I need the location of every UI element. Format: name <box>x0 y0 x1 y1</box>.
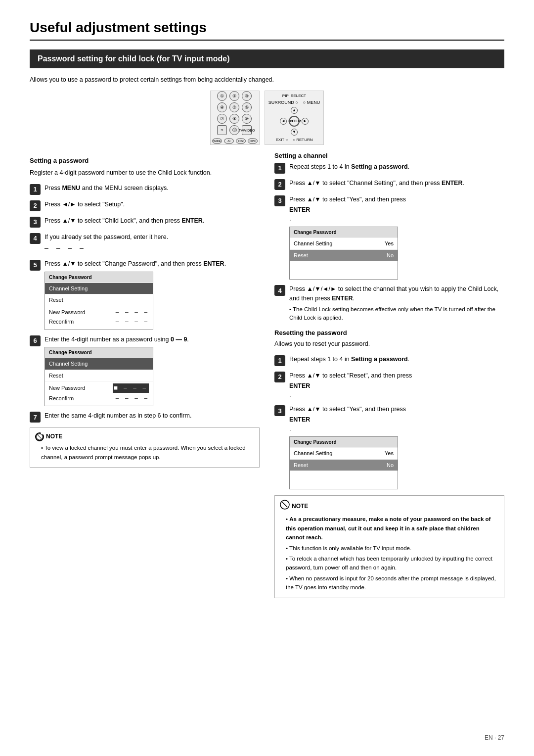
new-password-field-5: New Password – – – – <box>49 308 149 317</box>
step-rnum-2: 2 <box>274 179 285 190</box>
step-right-2: 2 Press ▲/▼ to select "Channel Setting",… <box>274 179 504 190</box>
bold-enter-r4: ENTER <box>332 295 353 302</box>
key-6: ⑥ <box>242 102 252 112</box>
svg-line-1 <box>38 435 42 438</box>
menu-row-channel-setting-6: Channel Setting <box>45 358 153 370</box>
left-column: Setting a password Register a 4-digit pa… <box>30 152 260 598</box>
step-num-3: 3 <box>30 217 41 228</box>
menu-row-cp-reset3: Change Password <box>290 437 398 448</box>
step-left-6: 6 Enter the 4-digit number as a password… <box>30 335 260 407</box>
step-content-6: Enter the 4-digit number as a password u… <box>44 335 260 407</box>
btn-opc: OPC <box>248 138 258 144</box>
bold-enter-r2: ENTER <box>442 180 462 187</box>
step-rcontent-1: Repeat steps 1 to 4 in Setting a passwor… <box>289 162 504 172</box>
step-reset-content-2: Press ▲/▼ to select "Reset", and then pr… <box>289 371 504 400</box>
reconfirm-dashes-6: – – – – <box>116 394 149 403</box>
menu-row-cs-r3: Channel Setting Yes <box>290 238 398 250</box>
btn-aimode: AI <box>224 138 234 144</box>
note-left: NOTE • To view a locked channel you must… <box>30 427 260 468</box>
step-rnum-reset-2: 2 <box>274 372 285 382</box>
key-tv: TV/VIDEO <box>242 125 252 135</box>
new-password-field-6: New Password ■ – – – <box>49 383 149 393</box>
note-icon-right <box>280 500 290 513</box>
menu-row-reset-5: Reset <box>45 294 153 306</box>
step-content-1: Press MENU and the MENU screen displays. <box>44 184 260 193</box>
note-title-left: NOTE <box>35 432 254 441</box>
step-right-1: 1 Repeat steps 1 to 4 in Setting a passw… <box>274 162 504 174</box>
note-bullet-right-1: • As a precautionary measure, make a not… <box>286 515 499 542</box>
step-rnum-4: 4 <box>274 285 285 296</box>
key-3: ③ <box>242 91 252 101</box>
setting-channel-title: Setting a channel <box>274 152 504 159</box>
step-num-1: 1 <box>30 184 41 195</box>
step-left-2: 2 Press ◄/► to select "Setup". <box>30 200 260 211</box>
note-label-left: NOTE <box>46 432 62 441</box>
note-title-right: NOTE <box>280 500 499 513</box>
step-rcontent-4: Press ▲/▼/◄/► to select the channel that… <box>289 284 504 322</box>
remote-left: ① ② ③ ④ ⑤ ⑥ ⑦ ⑧ ⑨ ⊃ ⓪ TV/VIDEO WIDE AI F… <box>210 91 260 145</box>
step-content-7: Enter the same 4-digit number as in step… <box>44 411 260 421</box>
bold-0-9: 0 — 9 <box>171 336 187 343</box>
step-num-2: 2 <box>30 200 41 211</box>
step-left-7: 7 Enter the same 4-digit number as in st… <box>30 411 260 423</box>
enter-text-reset3: ENTER <box>289 415 504 425</box>
step-left-1: 1 Press MENU and the MENU screen display… <box>30 184 260 195</box>
svg-line-3 <box>282 502 287 507</box>
step-right-4: 4 Press ▲/▼/◄/► to select the channel th… <box>274 284 504 322</box>
menu-input-6: New Password ■ – – – Reconfirm – – – – <box>45 381 153 406</box>
enter-bold-5: ENTER <box>203 260 224 267</box>
step-rnum-reset-1: 1 <box>274 355 285 366</box>
key-4: ④ <box>217 102 227 112</box>
key-5: ⑤ <box>229 102 239 112</box>
step-content-2: Press ◄/► to select "Setup". <box>44 200 260 209</box>
note-bullet-right-2: • This function is only available for TV… <box>286 544 499 553</box>
note-bullet-right-4: • When no password is input for 20 secon… <box>286 574 499 592</box>
remote-illustrations: ① ② ③ ④ ⑤ ⑥ ⑦ ⑧ ⑨ ⊃ ⓪ TV/VIDEO WIDE AI F… <box>30 91 504 145</box>
step-reset-1: 1 Repeat steps 1 to 4 in Setting a passw… <box>274 355 504 366</box>
step-reset-content-1: Repeat steps 1 to 4 in Setting a passwor… <box>289 355 504 364</box>
new-password-dashes-5: – – – – <box>116 308 149 317</box>
intro-text: Allows you to use a password to protect … <box>30 75 504 85</box>
menu-spacer-r3 <box>290 261 398 279</box>
key-2: ② <box>229 91 239 101</box>
step-right-3: 3 Press ▲/▼ to select "Yes", and then pr… <box>274 195 504 280</box>
enter-bold-3: ENTER <box>182 217 203 224</box>
menu-mockup-reset3: Change Password Channel Setting Yes Rese… <box>289 436 398 489</box>
step-left-3: 3 Press ▲/▼ to select "Child Lock", and … <box>30 216 260 228</box>
yes-option-r3: Yes <box>385 239 394 248</box>
enter-text-r3: ENTER <box>289 205 504 215</box>
step-reset-2: 2 Press ▲/▼ to select "Reset", and then … <box>274 371 504 400</box>
setting-password-desc: Register a 4-digit password number to us… <box>30 168 260 178</box>
dash-row-4: — — — — <box>44 243 260 253</box>
step-reset-content-3: Press ▲/▼ to select "Yes", and then pres… <box>289 405 504 489</box>
step-r4-bullet: • The Child Lock setting becomes effecti… <box>289 305 504 323</box>
note-right: NOTE • As a precautionary measure, make … <box>274 495 504 598</box>
setting-password-title: Setting a password <box>30 157 260 164</box>
resetting-password-desc: Allows you to reset your password. <box>274 339 504 349</box>
step-rcontent-2: Press ▲/▼ to select "Channel Setting", a… <box>289 179 504 188</box>
section-header: Password setting for child lock (for TV … <box>30 49 504 68</box>
menu-row-reset-reset3: Reset No <box>290 460 398 472</box>
menu-row-channel-setting-5: Channel Setting <box>45 283 153 295</box>
btn-freeze: FRZ <box>236 138 246 144</box>
step-rnum-3: 3 <box>274 195 285 206</box>
note-bullet-left-1: • To view a locked channel you must ente… <box>41 443 254 462</box>
menu-bold: MENU <box>62 185 80 191</box>
menu-mockup-r3: Change Password Channel Setting Yes Rese… <box>289 227 398 280</box>
step-rnum-1: 1 <box>274 163 285 174</box>
btn-wide: WIDE <box>212 138 222 144</box>
step-num-4: 4 <box>30 233 41 244</box>
menu-spacer-reset3 <box>290 471 398 489</box>
bold-setting-password-r1: Setting a password <box>351 163 408 170</box>
menu-row-cs-reset3: Channel Setting Yes <box>290 448 398 460</box>
reconfirm-dashes-5: – – – – <box>116 318 149 326</box>
note-icon-left <box>35 432 44 441</box>
key-9: ⑨ <box>242 114 252 124</box>
step-num-5: 5 <box>30 260 41 271</box>
key-bs: ⊃ <box>217 125 227 135</box>
menu-mockup-5: Change Password Channel Setting Reset Ne… <box>44 272 153 330</box>
resetting-password-title: Resetting the password <box>274 329 504 336</box>
page-title: Useful adjustment settings <box>30 20 504 41</box>
key-7: ⑦ <box>217 114 227 124</box>
menu-mockup-6: Change Password Channel Setting Reset Ne… <box>44 347 153 406</box>
